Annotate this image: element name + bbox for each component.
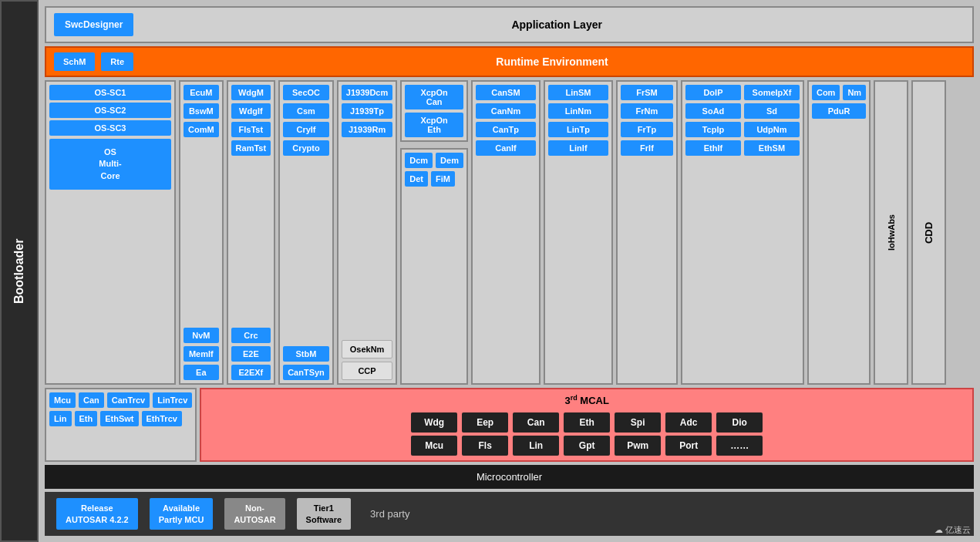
nvm-btn[interactable]: NvM bbox=[184, 328, 219, 343]
microcontroller-bar: Microcontroller bbox=[45, 465, 974, 489]
mcu-btn[interactable]: Mcu bbox=[49, 392, 76, 408]
soad-btn[interactable]: SoAd bbox=[685, 103, 741, 119]
dcm-btn[interactable]: Dcm bbox=[405, 153, 433, 168]
os-sc2-btn[interactable]: OS-SC2 bbox=[49, 103, 171, 118]
swc-designer-btn[interactable]: SwcDesigner bbox=[54, 13, 133, 36]
app-layer-title: Application Layer bbox=[149, 19, 965, 31]
cantrcv-btn[interactable]: CanTrcv bbox=[107, 392, 150, 408]
memlf-btn[interactable]: MemIf bbox=[184, 346, 219, 362]
xcpon-can-btn[interactable]: XcpOnCan bbox=[405, 85, 463, 109]
ethsm-btn[interactable]: EthSM bbox=[744, 140, 800, 156]
mcal-row-1: Wdg Eep Can Eth Spi Adc Dio bbox=[206, 412, 968, 433]
sd-btn[interactable]: Sd bbox=[744, 103, 800, 119]
mcal-adc-btn[interactable]: Adc bbox=[665, 412, 712, 433]
mcal-wdg-btn[interactable]: Wdg bbox=[411, 412, 457, 433]
legend-non-autosar-box: Non-AUTOSAR bbox=[224, 498, 285, 530]
os-sc1-btn[interactable]: OS-SC1 bbox=[49, 85, 171, 100]
j1939dcm-btn[interactable]: J1939Dcm bbox=[342, 85, 392, 100]
dem-btn[interactable]: Dem bbox=[436, 153, 463, 168]
linlf-btn[interactable]: LinIf bbox=[548, 140, 608, 156]
mcal-fls-btn[interactable]: Fls bbox=[462, 436, 508, 456]
det-btn[interactable]: Det bbox=[405, 171, 428, 187]
cannm-btn[interactable]: CanNm bbox=[476, 103, 536, 119]
ramtst-btn[interactable]: RamTst bbox=[231, 140, 271, 156]
mcal-spi-btn[interactable]: Spi bbox=[615, 412, 661, 433]
cryif-btn[interactable]: CryIf bbox=[283, 122, 329, 137]
mcal-pwm-btn[interactable]: Pwm bbox=[615, 436, 661, 456]
xcp-dcm-section: XcpOnCan XcpOnEth Dcm Dem Det FiM bbox=[400, 80, 468, 385]
com-btn[interactable]: Com bbox=[812, 85, 840, 100]
mcal-title: 3rd MCAL bbox=[206, 394, 968, 406]
wdglf-btn[interactable]: WdgIf bbox=[231, 103, 271, 119]
ccp-btn[interactable]: CCP bbox=[342, 362, 392, 380]
bswm-btn[interactable]: BswM bbox=[184, 103, 219, 119]
oseknm-btn[interactable]: OsekNm bbox=[342, 340, 392, 359]
lin-bottom-btn[interactable]: Lin bbox=[49, 411, 72, 426]
canlf-btn[interactable]: CanIf bbox=[476, 140, 536, 156]
mcal-gpt-btn[interactable]: Gpt bbox=[564, 436, 610, 456]
dcm-dem-group: Dcm Dem Det FiM bbox=[400, 148, 468, 385]
mcal-eep-btn[interactable]: Eep bbox=[462, 412, 508, 433]
lintrcv-btn[interactable]: LinTrcv bbox=[153, 392, 192, 408]
linsm-btn[interactable]: LinSM bbox=[548, 85, 608, 100]
os-block: OS-SC1 OS-SC2 OS-SC3 OSMulti-Core bbox=[45, 80, 176, 385]
wdg-column: WdgM WdgIf FlsTst RamTst Crc E2E E2EXf bbox=[227, 80, 276, 385]
os-sc3-btn[interactable]: OS-SC3 bbox=[49, 120, 171, 136]
mcal-can-btn[interactable]: Can bbox=[513, 412, 559, 433]
mcal-lin-btn[interactable]: Lin bbox=[513, 436, 559, 456]
iohwabs-label: IoHwAbs bbox=[887, 214, 896, 251]
eth-bottom-btn[interactable]: Eth bbox=[75, 411, 98, 426]
fr-group: FrSM FrNm FrTp FrIf bbox=[616, 80, 678, 385]
com-group: Com Nm PduR bbox=[807, 80, 871, 385]
crc-btn[interactable]: Crc bbox=[231, 328, 271, 343]
crypto-btn[interactable]: Crypto bbox=[283, 140, 329, 156]
mcal-eth-btn[interactable]: Eth bbox=[564, 412, 610, 433]
mcal-ellipsis-btn[interactable]: …… bbox=[716, 436, 763, 456]
pdur-btn[interactable]: PduR bbox=[812, 103, 866, 119]
ecum-btn[interactable]: EcuM bbox=[184, 85, 219, 100]
ethlf-btn[interactable]: EthIf bbox=[685, 140, 741, 156]
nm-btn[interactable]: Nm bbox=[843, 85, 866, 100]
stbm-btn[interactable]: StbM bbox=[283, 346, 329, 362]
csm-btn[interactable]: Csm bbox=[283, 103, 329, 119]
frsm-btn[interactable]: FrSM bbox=[621, 85, 673, 100]
eth-stack-group: DoIP SomeIpXf SoAd Sd TcpIp UdpNm EthIf … bbox=[681, 80, 804, 385]
legend-available-box: AvailablePartly MCU bbox=[150, 498, 214, 530]
cantp-btn[interactable]: CanTp bbox=[476, 122, 536, 137]
e2e-btn[interactable]: E2E bbox=[231, 346, 271, 362]
watermark: ☁ 亿速云 bbox=[935, 524, 971, 536]
frlf-btn[interactable]: FrIf bbox=[621, 140, 673, 156]
schm-btn[interactable]: SchM bbox=[54, 52, 95, 71]
flstst-btn[interactable]: FlsTst bbox=[231, 122, 271, 137]
cantsynp-btn[interactable]: CanTSyn bbox=[283, 365, 329, 380]
ea-btn[interactable]: Ea bbox=[184, 365, 219, 380]
someipxf-btn[interactable]: SomeIpXf bbox=[744, 85, 800, 100]
legend-release: ReleaseAUTOSAR 4.2.2 bbox=[56, 498, 138, 530]
linnm-btn[interactable]: LinNm bbox=[548, 103, 608, 119]
mcal-mcu-btn[interactable]: Mcu bbox=[411, 436, 457, 456]
secoc-btn[interactable]: SecOC bbox=[283, 85, 329, 100]
udpnm-btn[interactable]: UdpNm bbox=[744, 122, 800, 137]
wdgm-btn[interactable]: WdgM bbox=[231, 85, 271, 100]
cansm-btn[interactable]: CanSM bbox=[476, 85, 536, 100]
ethtrcv-btn[interactable]: EthTrcv bbox=[142, 411, 182, 426]
rte-btn[interactable]: Rte bbox=[101, 52, 133, 71]
mcal-dio-btn[interactable]: Dio bbox=[716, 412, 763, 433]
os-multicore-btn[interactable]: OSMulti-Core bbox=[49, 139, 171, 190]
frtp-btn[interactable]: FrTp bbox=[621, 122, 673, 137]
doip-btn[interactable]: DoIP bbox=[685, 85, 741, 100]
lintp-btn[interactable]: LinTp bbox=[548, 122, 608, 137]
tcpip-btn[interactable]: TcpIp bbox=[685, 122, 741, 137]
j1939-column: J1939Dcm J1939Tp J1939Rm OsekNm CCP bbox=[337, 80, 397, 385]
j1939tp-btn[interactable]: J1939Tp bbox=[342, 103, 392, 119]
mcal-port-btn[interactable]: Port bbox=[665, 436, 712, 456]
mcal-right-block: 3rd MCAL Wdg Eep Can Eth Spi Adc Dio Mcu… bbox=[200, 388, 974, 462]
ethswt-btn[interactable]: EthSwt bbox=[100, 411, 138, 426]
xcpon-eth-btn[interactable]: XcpOnEth bbox=[405, 113, 463, 137]
can-bottom-btn[interactable]: Can bbox=[79, 392, 104, 408]
fim-btn[interactable]: FiM bbox=[431, 171, 455, 187]
e2exf-btn[interactable]: E2EXf bbox=[231, 365, 271, 380]
comm-btn[interactable]: ComM bbox=[184, 122, 219, 137]
j1939rm-btn[interactable]: J1939Rm bbox=[342, 122, 392, 137]
frnm-btn[interactable]: FrNm bbox=[621, 103, 673, 119]
